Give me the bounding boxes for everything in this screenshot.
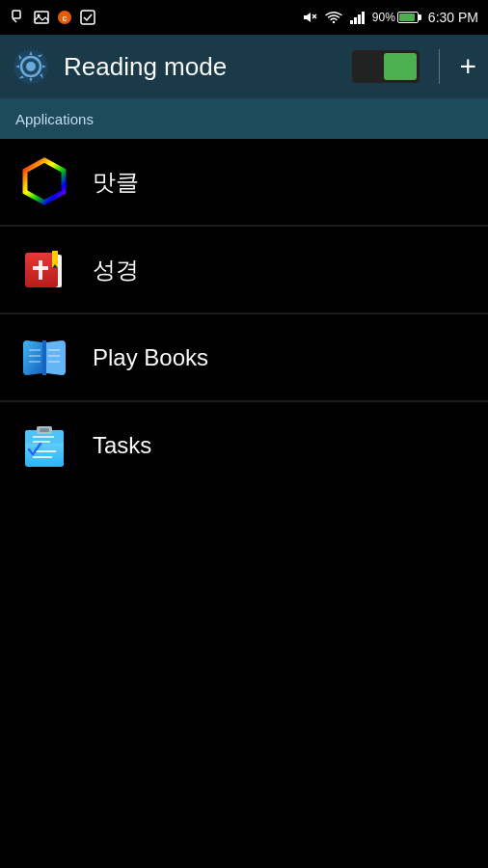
status-bar: c 90%: [0, 0, 488, 35]
battery-indicator: 90%: [372, 11, 419, 24]
battery-percent: 90%: [372, 11, 395, 24]
app-item-matcle[interactable]: 맛클: [0, 139, 488, 226]
time-display: 6:30 PM: [428, 10, 478, 25]
header-divider: [439, 49, 440, 84]
app-item-playbooks[interactable]: Play Books: [0, 314, 488, 401]
tasks-icon: [15, 417, 73, 475]
svg-rect-8: [350, 20, 353, 24]
matcle-icon: [15, 153, 73, 211]
settings-icon: [12, 47, 50, 86]
svg-point-14: [26, 62, 36, 71]
battery-body: [397, 12, 419, 23]
orange-icon: c: [56, 9, 73, 26]
notification-icon: [10, 9, 27, 26]
reading-mode-toggle[interactable]: [352, 50, 420, 83]
status-bar-right: 90% 6:30 PM: [301, 9, 478, 26]
svg-rect-10: [358, 14, 361, 24]
app-list: 맛클: [0, 139, 488, 489]
svg-marker-15: [25, 160, 64, 203]
svg-rect-19: [33, 266, 48, 270]
bible-icon: [15, 241, 73, 299]
battery-fill: [399, 14, 415, 21]
app-item-bible[interactable]: 성경: [0, 227, 488, 313]
applications-section-header: Applications: [0, 98, 488, 139]
svg-rect-9: [354, 17, 357, 24]
checkmark-icon: [79, 9, 96, 26]
header: Reading mode +: [0, 35, 488, 98]
svg-rect-11: [362, 12, 365, 24]
page-title: Reading mode: [64, 52, 339, 82]
signal-icon: [349, 9, 366, 26]
applications-label: Applications: [15, 111, 94, 127]
add-app-button[interactable]: +: [459, 52, 476, 81]
app-name-tasks: Tasks: [93, 432, 151, 459]
svg-rect-0: [13, 11, 20, 18]
mute-icon: [301, 9, 318, 26]
wifi-icon: [324, 9, 343, 26]
app-name-bible: 성경: [93, 255, 139, 285]
status-bar-left: c: [10, 9, 96, 26]
svg-rect-32: [40, 428, 49, 432]
svg-rect-5: [81, 11, 95, 24]
app-item-tasks[interactable]: Tasks: [0, 402, 488, 489]
svg-rect-1: [35, 12, 48, 23]
image-icon: [33, 9, 50, 26]
svg-rect-22: [42, 340, 46, 375]
playbooks-icon: [15, 329, 73, 387]
app-name-matcle: 맛클: [93, 167, 139, 198]
svg-text:c: c: [62, 14, 67, 23]
app-name-playbooks: Play Books: [93, 344, 208, 371]
toggle-knob: [384, 53, 417, 80]
